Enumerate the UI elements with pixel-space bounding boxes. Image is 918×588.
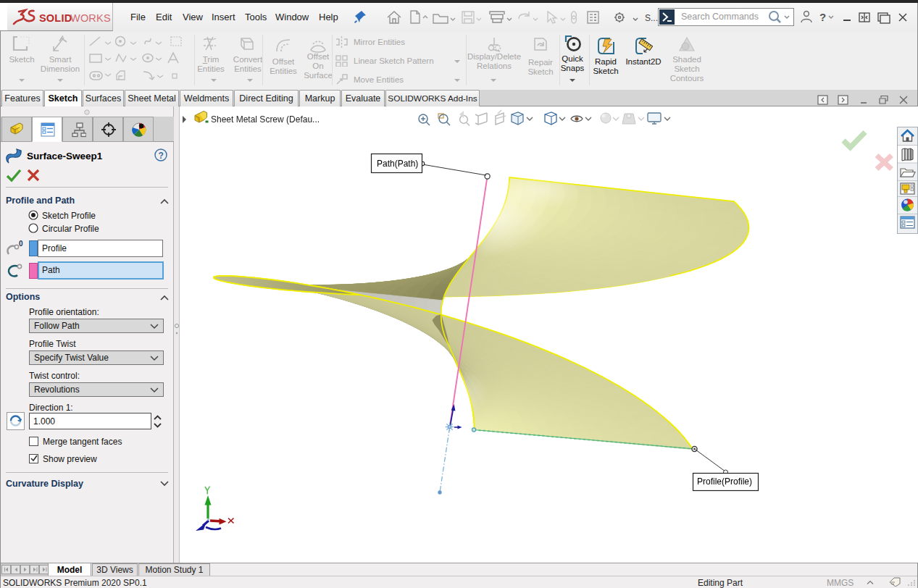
svg-text:?: ? [819, 11, 826, 23]
svg-text:Path(Path): Path(Path) [377, 159, 418, 169]
svg-text:SOLID: SOLID [39, 12, 72, 24]
svg-text:0: 0 [19, 240, 23, 248]
svg-text:?: ? [159, 151, 164, 161]
svg-text:WORKS: WORKS [70, 12, 111, 24]
svg-text:Profile(Profile): Profile(Profile) [697, 476, 752, 487]
svg-text:Sheet Metal Screw (Defau...: Sheet Metal Screw (Defau... [211, 114, 320, 125]
svg-text:S...: S... [645, 13, 658, 23]
